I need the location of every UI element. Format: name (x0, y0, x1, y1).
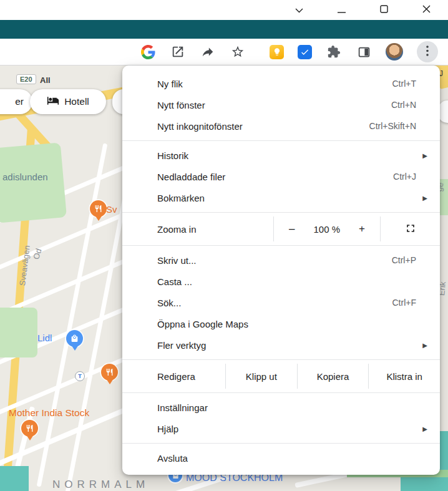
profile-avatar[interactable] (386, 43, 403, 61)
menu-separator (122, 392, 440, 393)
zoom-controls: – 100 % + (273, 216, 381, 241)
window-titlebar (0, 0, 448, 20)
submenu-arrow-icon (422, 425, 430, 432)
zoom-value: 100 % (313, 224, 340, 235)
restaurant-icon (94, 205, 102, 213)
menu-item-label: Avsluta (157, 453, 430, 464)
zoom-out-button[interactable]: – (289, 223, 295, 235)
menu-separator (122, 245, 440, 246)
menu-separator (122, 140, 440, 141)
paste-button[interactable]: Klistra in (368, 364, 440, 389)
poi-label-lidl[interactable]: Lidl (37, 333, 52, 343)
chip-hotels[interactable]: Hotell (30, 89, 106, 114)
menu-item-shortcut: Ctrl+T (392, 79, 431, 89)
menu-item-label: Ny flik (157, 79, 392, 89)
menu-item-label: Nedladdade filer (157, 172, 393, 182)
zoom-in-button[interactable]: + (359, 223, 365, 235)
menu-item-label: Inställningar (157, 402, 430, 413)
submenu-arrow-icon (422, 195, 430, 202)
menu-item-bookmarks[interactable]: Bokmärken (122, 187, 440, 208)
window-maximize-button[interactable] (369, 1, 398, 19)
poi-label-sv[interactable]: Sv (106, 204, 117, 215)
three-dots-icon (426, 46, 429, 59)
side-panel-icon[interactable] (356, 44, 372, 60)
route-badge: E20 (16, 74, 36, 84)
menu-item-label: Nytt fönster (157, 100, 391, 110)
street-label-od: Od (31, 248, 44, 261)
menu-item-shortcut: Ctrl+Skift+N (369, 121, 430, 131)
extensions-puzzle-icon[interactable] (326, 44, 342, 60)
restaurant-icon (105, 368, 114, 376)
metro-icon[interactable]: T (75, 371, 85, 381)
menu-item-cast[interactable]: Casta ... (122, 271, 440, 292)
menu-item-open-in-google-maps[interactable]: Öppna i Google Maps (122, 313, 440, 334)
bookmark-star-icon[interactable] (230, 44, 246, 60)
menu-separator (122, 443, 440, 444)
share-icon[interactable] (200, 44, 216, 60)
fullscreen-button[interactable] (381, 216, 440, 241)
menu-item-label: Skriv ut... (157, 255, 392, 266)
browser-menu-button[interactable] (417, 41, 438, 62)
menu-item-help[interactable]: Hjälp (122, 418, 440, 439)
menu-item-find[interactable]: Sök... Ctrl+F (122, 292, 440, 313)
menu-edit-row: Redigera Klipp ut Kopiera Klistra in (122, 364, 440, 389)
open-in-new-icon[interactable] (170, 44, 186, 60)
menu-item-incognito[interactable]: Nytt inkognitofönster Ctrl+Skift+N (122, 115, 440, 137)
menu-item-print[interactable]: Skriv ut... Ctrl+P (122, 250, 440, 271)
poi-label-mother-india[interactable]: Mother India Stock (9, 407, 89, 419)
menu-item-shortcut: Ctrl+N (391, 100, 430, 110)
menu-item-shortcut: Ctrl+F (392, 298, 431, 308)
submenu-arrow-icon (422, 152, 430, 159)
close-icon (422, 4, 431, 16)
chip-partial-left[interactable]: er (0, 89, 32, 114)
map-block (0, 466, 29, 491)
extension-yellow-icon[interactable] (270, 45, 284, 59)
menu-item-shortcut: Ctrl+J (393, 172, 430, 182)
menu-item-label: Bokmärken (157, 193, 422, 203)
map-block (401, 476, 448, 491)
window-chevron-button[interactable] (285, 1, 313, 19)
zoom-label: Zooma in (122, 216, 273, 241)
restaurant-pin[interactable] (21, 420, 38, 437)
menu-item-label: Nytt inkognitofönster (157, 121, 369, 132)
menu-separator (122, 212, 440, 213)
street-label: All (40, 75, 51, 85)
menu-item-label: Fler verktyg (157, 340, 422, 351)
menu-item-new-window[interactable]: Nytt fönster Ctrl+N (122, 94, 440, 115)
menu-item-settings[interactable]: Inställningar (122, 397, 440, 418)
menu-separator (122, 359, 440, 360)
window-close-button[interactable] (412, 1, 441, 19)
menu-item-label: Casta ... (157, 276, 430, 287)
extension-check-icon[interactable] (298, 45, 312, 59)
cut-button[interactable]: Klipp ut (225, 364, 297, 389)
menu-item-quit[interactable]: Avsluta (122, 447, 440, 469)
menu-item-downloads[interactable]: Nedladdade filer Ctrl+J (122, 166, 440, 187)
menu-item-label: Historik (157, 150, 422, 161)
submenu-arrow-icon (422, 342, 430, 349)
browser-toolbar (0, 39, 448, 66)
window-minimize-button[interactable] (327, 1, 356, 19)
menu-item-more-tools[interactable]: Fler verktyg (122, 334, 440, 356)
store-pin[interactable] (66, 330, 83, 347)
menu-item-shortcut: Ctrl+P (392, 255, 430, 265)
edit-row-label: Redigera (122, 364, 225, 389)
menu-item-label: Sök... (157, 298, 392, 308)
restaurant-icon (26, 424, 34, 432)
copy-button[interactable]: Kopiera (297, 364, 369, 389)
menu-item-label: Öppna i Google Maps (157, 319, 430, 329)
menu-item-label: Hjälp (157, 424, 422, 434)
bed-icon (47, 94, 59, 109)
chip-label: Hotell (64, 96, 89, 107)
map-park (0, 142, 67, 223)
park-label: adislunden (2, 172, 48, 182)
maximize-icon (380, 4, 388, 16)
menu-item-new-tab[interactable]: Ny flik Ctrl+T (122, 73, 440, 94)
restaurant-pin[interactable] (101, 364, 118, 381)
google-g-icon[interactable] (140, 44, 156, 60)
restaurant-pin[interactable] (90, 200, 107, 217)
minimize-icon (338, 4, 346, 16)
menu-item-history[interactable]: Historik (122, 145, 440, 166)
chevron-down-icon (295, 4, 303, 16)
shopping-bag-icon (71, 334, 79, 343)
chip-label: er (15, 96, 24, 107)
